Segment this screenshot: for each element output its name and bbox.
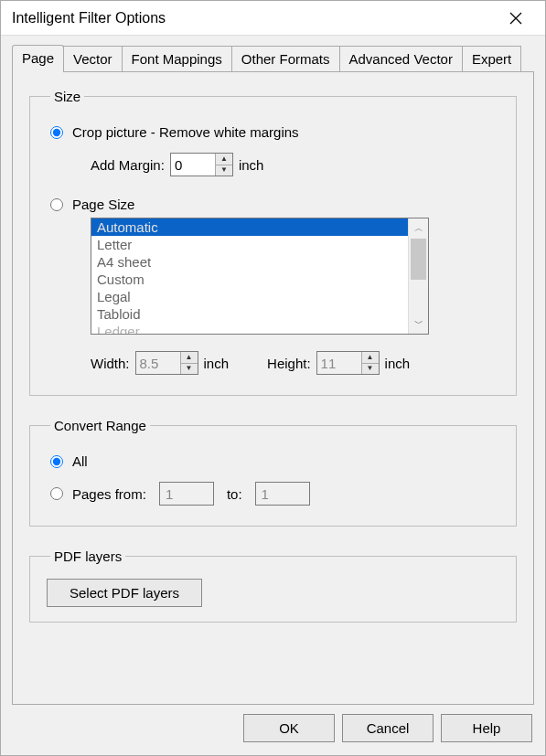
add-margin-row: Add Margin: ▲ ▼ inch <box>91 153 499 176</box>
pages-to-label: to: <box>227 486 242 502</box>
page-size-list[interactable]: Automatic Letter A4 sheet Custom Legal T… <box>91 218 408 334</box>
close-icon <box>509 12 522 25</box>
select-pdf-layers-button[interactable]: Select PDF layers <box>47 579 202 607</box>
height-label: Height: <box>267 356 311 371</box>
scroll-thumb[interactable] <box>411 239 426 280</box>
radio-all-input[interactable] <box>50 455 63 468</box>
spin-down-icon[interactable]: ▼ <box>216 165 232 176</box>
page-size-listbox[interactable]: Automatic Letter A4 sheet Custom Legal T… <box>91 218 429 335</box>
tab-font-mappings[interactable]: Font Mappings <box>122 46 232 71</box>
tab-strip: Page Vector Font Mappings Other Formats … <box>1 36 545 71</box>
group-convert-range: Convert Range All Pages from: to: <box>29 418 517 527</box>
group-size: Size Crop picture - Remove white margins… <box>29 89 517 396</box>
close-button[interactable] <box>498 5 534 32</box>
pages-from-input[interactable] <box>159 482 214 506</box>
cancel-button[interactable]: Cancel <box>342 714 434 742</box>
group-pdf-layers: PDF layers Select PDF layers <box>29 548 517 623</box>
list-item[interactable]: Legal <box>91 288 408 305</box>
group-size-legend: Size <box>50 89 84 104</box>
add-margin-input[interactable] <box>171 154 215 176</box>
radio-pages-from-input[interactable] <box>50 487 63 500</box>
add-margin-spin-buttons[interactable]: ▲ ▼ <box>215 154 232 176</box>
add-margin-unit: inch <box>239 157 264 173</box>
width-unit: inch <box>204 356 230 371</box>
scroll-up-icon[interactable]: ︿ <box>409 218 428 239</box>
tab-advanced-vector[interactable]: Advanced Vector <box>339 46 463 71</box>
tab-other-formats[interactable]: Other Formats <box>231 46 340 71</box>
radio-page-size-input[interactable] <box>50 198 63 211</box>
tab-expert[interactable]: Expert <box>462 46 521 71</box>
spin-up-icon[interactable]: ▲ <box>181 352 198 364</box>
radio-page-size[interactable]: Page Size <box>47 197 499 212</box>
scroll-track[interactable] <box>409 239 428 314</box>
group-convert-range-legend: Convert Range <box>50 418 150 433</box>
height-unit: inch <box>385 356 411 371</box>
pages-to-input[interactable] <box>255 482 310 506</box>
listbox-scrollbar[interactable]: ︿ ﹀ <box>408 218 428 334</box>
spin-up-icon[interactable]: ▲ <box>216 154 232 165</box>
spin-up-icon[interactable]: ▲ <box>362 352 379 364</box>
spin-down-icon[interactable]: ▼ <box>181 364 198 375</box>
radio-all-label: All <box>72 453 88 469</box>
ok-button[interactable]: OK <box>243 714 335 742</box>
width-input[interactable] <box>136 352 180 374</box>
list-item[interactable]: Custom <box>91 271 408 288</box>
height-spin-buttons[interactable]: ▲ ▼ <box>361 352 379 374</box>
radio-crop-input[interactable] <box>50 126 63 139</box>
radio-crop-label: Crop picture - Remove white margins <box>72 124 299 140</box>
spin-down-icon[interactable]: ▼ <box>362 364 379 375</box>
height-spinner[interactable]: ▲ ▼ <box>316 351 380 375</box>
dimensions-row: Width: ▲ ▼ inch Height: ▲ ▼ <box>91 351 499 375</box>
window-title: Intelligent Filter Options <box>12 10 166 27</box>
add-margin-spinner[interactable]: ▲ ▼ <box>170 153 233 176</box>
list-item[interactable]: Tabloid <box>91 305 408 323</box>
list-item[interactable]: Automatic <box>91 218 408 236</box>
dialog-window: Intelligent Filter Options Page Vector F… <box>0 0 546 756</box>
scroll-down-icon[interactable]: ﹀ <box>409 314 428 334</box>
radio-all[interactable]: All <box>47 453 499 469</box>
radio-page-size-label: Page Size <box>72 197 134 212</box>
radio-pages-from[interactable]: Pages from: <box>47 486 146 502</box>
pages-from-row: Pages from: to: <box>47 482 499 506</box>
titlebar: Intelligent Filter Options <box>1 1 545 36</box>
tab-page[interactable]: Page <box>12 45 64 72</box>
radio-pages-from-label: Pages from: <box>72 486 146 502</box>
dialog-footer: OK Cancel Help <box>1 705 545 755</box>
width-spin-buttons[interactable]: ▲ ▼ <box>180 352 198 374</box>
help-button[interactable]: Help <box>441 714 532 742</box>
list-item[interactable]: Ledger <box>91 323 408 334</box>
tab-panel-page: Size Crop picture - Remove white margins… <box>12 71 534 705</box>
add-margin-label: Add Margin: <box>91 157 165 173</box>
list-item[interactable]: A4 sheet <box>91 253 408 271</box>
width-spinner[interactable]: ▲ ▼ <box>135 351 198 375</box>
list-item[interactable]: Letter <box>91 236 408 253</box>
height-input[interactable] <box>317 352 361 374</box>
tab-vector[interactable]: Vector <box>63 46 123 71</box>
group-pdf-layers-legend: PDF layers <box>50 548 125 564</box>
width-label: Width: <box>91 356 130 371</box>
radio-crop-picture[interactable]: Crop picture - Remove white margins <box>47 124 499 140</box>
